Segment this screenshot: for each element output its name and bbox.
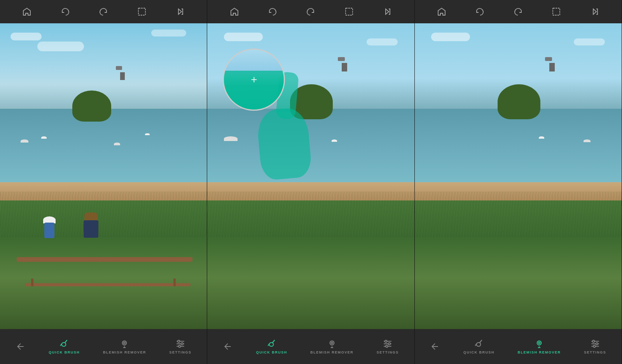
settings-label-right: SETTINGS xyxy=(584,350,606,354)
bottom-bar-middle: QUICK BRUSH BLEMISH REMOVER SETTINGS xyxy=(207,329,414,364)
share-icon-m[interactable] xyxy=(380,5,394,19)
quick-brush-label-left: QUICK BRUSH xyxy=(49,350,80,354)
back-button-middle[interactable] xyxy=(218,338,238,355)
svg-rect-0 xyxy=(138,8,145,15)
blemish-remover-tool-middle[interactable]: BLEMISH REMOVER xyxy=(306,336,358,357)
undo-icon-m[interactable] xyxy=(266,5,280,19)
back-button-right[interactable] xyxy=(425,338,445,355)
home-icon-r[interactable] xyxy=(435,5,449,19)
svg-point-15 xyxy=(385,340,387,342)
toolbar-middle xyxy=(207,0,414,23)
panel-left: QUICK BRUSH BLEMISH REMOVER SETTINGS xyxy=(0,0,207,364)
svg-point-16 xyxy=(388,343,390,345)
svg-point-11 xyxy=(331,342,333,344)
svg-point-1 xyxy=(122,341,127,345)
toolbar-left xyxy=(0,0,207,23)
image-area-left[interactable] xyxy=(0,23,207,329)
settings-label-middle: SETTINGS xyxy=(377,350,399,354)
bottom-bar-right: QUICK BRUSH BLEMISH REMOVER SETTINGS xyxy=(415,329,622,364)
settings-label-left: SETTINGS xyxy=(169,350,192,354)
redo-icon[interactable] xyxy=(96,5,110,19)
share-icon[interactable] xyxy=(173,5,187,19)
home-icon-m[interactable] xyxy=(227,5,241,19)
quick-brush-label-right: QUICK BRUSH xyxy=(463,350,494,354)
undo-icon[interactable] xyxy=(58,5,72,19)
undo-icon-r[interactable] xyxy=(473,5,487,19)
back-button-left[interactable] xyxy=(11,338,30,355)
svg-point-2 xyxy=(124,342,125,344)
quick-brush-tool-left[interactable]: QUICK BRUSH xyxy=(44,336,84,357)
blemish-remover-label-left: BLEMISH REMOVER xyxy=(103,350,146,354)
panel-right: QUICK BRUSH BLEMISH REMOVER SETTINGS xyxy=(415,0,622,364)
home-icon[interactable] xyxy=(20,5,34,19)
redo-icon-r[interactable] xyxy=(511,5,525,19)
blemish-remover-label-right: BLEMISH REMOVER xyxy=(518,350,561,354)
settings-tool-middle[interactable]: SETTINGS xyxy=(372,336,404,357)
svg-point-24 xyxy=(592,340,594,342)
blemish-remover-label-middle: BLEMISH REMOVER xyxy=(310,350,353,354)
select-icon-m[interactable] xyxy=(342,5,356,19)
settings-tool-left[interactable]: SETTINGS xyxy=(165,336,196,357)
svg-point-25 xyxy=(596,343,598,345)
blemish-remover-tool-right[interactable]: BLEMISH REMOVER xyxy=(513,336,566,357)
svg-point-20 xyxy=(538,342,540,344)
select-icon[interactable] xyxy=(135,5,149,19)
redo-icon-m[interactable] xyxy=(304,5,318,19)
image-area-right[interactable] xyxy=(415,23,622,329)
quick-brush-tool-middle[interactable]: QUICK BRUSH xyxy=(252,336,292,357)
svg-point-17 xyxy=(386,345,388,347)
svg-rect-9 xyxy=(346,8,353,15)
svg-point-6 xyxy=(178,340,180,342)
svg-point-26 xyxy=(593,345,595,347)
blemish-remover-tool-left[interactable]: BLEMISH REMOVER xyxy=(98,336,151,357)
panel-middle: + QUICK BRUSH BLEMISH REMOVER xyxy=(207,0,414,364)
svg-rect-18 xyxy=(553,8,560,15)
quick-brush-label-middle: QUICK BRUSH xyxy=(256,350,287,354)
svg-point-7 xyxy=(181,343,183,345)
select-icon-r[interactable] xyxy=(549,5,563,19)
magnifier: + xyxy=(223,49,285,111)
svg-point-19 xyxy=(537,341,542,345)
image-area-middle[interactable]: + xyxy=(207,23,414,329)
share-icon-r[interactable] xyxy=(588,5,602,19)
quick-brush-tool-right[interactable]: QUICK BRUSH xyxy=(459,336,499,357)
bottom-bar-left: QUICK BRUSH BLEMISH REMOVER SETTINGS xyxy=(0,329,207,364)
svg-point-8 xyxy=(178,345,180,347)
svg-point-10 xyxy=(330,341,334,345)
settings-tool-right[interactable]: SETTINGS xyxy=(579,336,611,357)
toolbar-right xyxy=(415,0,622,23)
